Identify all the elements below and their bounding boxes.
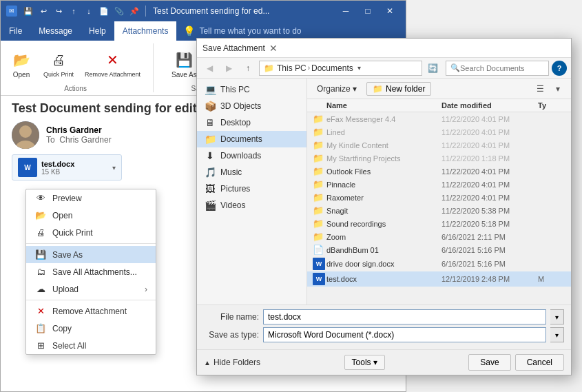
ctx-quick-print[interactable]: 🖨 Quick Print	[26, 224, 156, 241]
save-as-ctx-icon: 💾	[34, 249, 47, 260]
nav-up-button[interactable]: ↑	[240, 60, 256, 76]
view-controls: ☰ ▾	[532, 81, 565, 96]
remove-icon: ✕	[102, 49, 124, 71]
file-date: 6/16/2021 5:16 PM	[441, 246, 538, 254]
remove-attachment-button[interactable]: ✕ Remove Attachment	[81, 46, 145, 81]
file-date: 11/22/2020 4:01 PM	[441, 167, 538, 176]
nav-item-label: Pictures	[220, 184, 250, 194]
ctx-select-all[interactable]: ⊞ Select All	[26, 337, 156, 354]
file-row[interactable]: 📁 Outlook Files 11/22/2020 4:01 PM	[307, 165, 571, 178]
addr-this-pc[interactable]: This PC	[277, 63, 306, 73]
new-folder-label: New folder	[386, 84, 425, 94]
lightbulb-icon: 💡	[183, 25, 195, 37]
close-button[interactable]: ✕	[380, 1, 400, 21]
file-row[interactable]: 📁 My Startfiring Projects 11/22/2020 1:1…	[307, 152, 571, 165]
help-button[interactable]: ?	[552, 61, 567, 76]
ctx-remove[interactable]: ✕ Remove Attachment	[26, 302, 156, 320]
savetype-chevron-icon[interactable]: ▾	[550, 327, 564, 342]
nav-item-videos[interactable]: 🎬Videos	[197, 197, 306, 214]
file-list: 📁 eFax Messenger 4.4 11/22/2020 4:01 PM …	[307, 112, 571, 305]
hide-folders-button[interactable]: ▲ Hide Folders	[204, 358, 260, 367]
open-button[interactable]: 📂 Open	[6, 46, 37, 81]
nav-item-pictures[interactable]: 🖼Pictures	[197, 180, 306, 197]
menu-message[interactable]: Message	[30, 21, 81, 41]
format-icon[interactable]: 📄	[97, 4, 111, 18]
filename-input[interactable]	[263, 309, 546, 324]
menu-attachments[interactable]: Attachments	[114, 21, 177, 41]
redo-icon[interactable]: ↪	[52, 4, 65, 18]
file-row[interactable]: 📁 eFax Messenger 4.4 11/22/2020 4:01 PM	[307, 112, 571, 125]
file-row[interactable]: W test.docx 12/12/2019 2:48 PM M	[307, 271, 571, 287]
file-row[interactable]: 📁 Zoom 6/16/2021 2:11 PM	[307, 230, 571, 243]
nav-item-documents[interactable]: 📁Documents	[197, 131, 306, 147]
attachment-chevron-icon[interactable]: ▾	[112, 164, 116, 172]
file-row[interactable]: 📁 My Kindle Content 11/22/2020 4:01 PM	[307, 138, 571, 152]
nav-back-button[interactable]: ◀	[201, 60, 218, 76]
organize-button[interactable]: Organize ▾	[313, 83, 361, 95]
cancel-button[interactable]: Cancel	[515, 354, 564, 371]
menu-file[interactable]: File	[1, 21, 30, 41]
col-header-type[interactable]: Ty	[538, 101, 565, 110]
filename-label: File name:	[204, 312, 259, 322]
view-list-button[interactable]: ☰	[532, 81, 548, 96]
view-dropdown-button[interactable]: ▾	[550, 81, 565, 96]
file-rows-container: 📁 eFax Messenger 4.4 11/22/2020 4:01 PM …	[307, 112, 571, 287]
savetype-label: Save as type:	[204, 330, 259, 340]
file-row[interactable]: W drive door sign.docx 6/16/2021 5:16 PM	[307, 256, 571, 271]
save-button[interactable]: Save	[468, 354, 510, 371]
attachment-chip[interactable]: W test.docx 15 KB ▾	[12, 154, 122, 180]
nav-item-music[interactable]: 🎵Music	[197, 164, 306, 180]
ctx-upload-label: Upload	[52, 285, 79, 294]
col-header-date[interactable]: Date modified	[441, 101, 538, 110]
file-name: eFax Messenger 4.4	[326, 115, 441, 123]
addr-chevron-icon[interactable]: ▾	[357, 64, 361, 72]
ctx-save-as[interactable]: 💾 Save As	[26, 246, 156, 263]
savetype-input[interactable]	[263, 327, 546, 342]
attach-icon[interactable]: 📎	[112, 4, 126, 18]
save-dialog: Save Attachment ✕ ◀ ▶ ↑ 📁 This PC › Docu…	[196, 38, 572, 375]
new-folder-button[interactable]: 📁 New folder	[366, 82, 431, 96]
copy-icon: 📋	[34, 323, 47, 333]
nav-item-this-pc[interactable]: 💻This PC	[197, 81, 306, 98]
context-menu: 👁 Preview 📂 Open 🖨 Quick Print 💾 Save As	[25, 189, 156, 355]
menu-help[interactable]: Help	[81, 21, 114, 41]
maximize-button[interactable]: □	[357, 1, 378, 21]
file-row[interactable]: 📁 Raxometer 11/22/2020 4:01 PM	[307, 191, 571, 204]
nav-item-desktop[interactable]: 🖥Desktop	[197, 114, 306, 131]
nav-item-label: 3D Objects	[220, 101, 261, 111]
down-arrow-icon[interactable]: ↓	[82, 4, 96, 18]
dialog-title: Save Attachment	[202, 43, 265, 53]
file-row[interactable]: 📁 Pinnacle 11/22/2020 4:01 PM	[307, 178, 571, 191]
search-input[interactable]	[460, 64, 555, 72]
ctx-preview[interactable]: 👁 Preview	[26, 189, 156, 207]
dialog-close-button[interactable]: ✕	[265, 40, 282, 56]
addr-documents[interactable]: Documents	[311, 63, 353, 73]
tell-me-text[interactable]: Tell me what you want to do	[199, 26, 301, 36]
file-row[interactable]: 📁 Snagit 11/22/2020 5:38 PM	[307, 204, 571, 217]
ctx-separator-1	[26, 243, 156, 244]
nav-item-3d-objects[interactable]: 📦3D Objects	[197, 98, 306, 114]
from-to: To Chris Gardner	[46, 135, 112, 145]
col-header-name[interactable]: Name	[326, 101, 441, 110]
nav-item-downloads[interactable]: ⬇Downloads	[197, 147, 306, 164]
tools-button[interactable]: Tools ▾	[344, 355, 385, 370]
nav-forward-button[interactable]: ▶	[220, 60, 237, 76]
file-row[interactable]: 📄 dBandhBum 01 6/16/2021 5:16 PM	[307, 243, 571, 256]
refresh-button[interactable]: 🔄	[425, 61, 440, 76]
file-row[interactable]: 📁 Sound recordings 11/22/2020 5:18 PM	[307, 217, 571, 230]
ctx-open[interactable]: 📂 Open	[26, 207, 156, 224]
ctx-upload[interactable]: ☁ Upload ›	[26, 280, 156, 298]
minimize-button[interactable]: ─	[335, 1, 356, 21]
pin-icon[interactable]: 📌	[127, 4, 141, 18]
file-row[interactable]: 📁 Lined 11/22/2020 4:01 PM	[307, 125, 571, 138]
save-qa-icon[interactable]: 💾	[21, 4, 35, 18]
filename-chevron-icon[interactable]: ▾	[550, 309, 564, 324]
ctx-copy[interactable]: 📋 Copy	[26, 320, 156, 337]
undo-icon[interactable]: ↩	[37, 4, 50, 18]
quick-print-button[interactable]: 🖨 Quick Print	[39, 46, 78, 81]
nav-sidebar: 💻This PC📦3D Objects🖥Desktop📁Documents⬇Do…	[197, 79, 307, 305]
ctx-save-all-label: Save All Attachments...	[52, 267, 137, 277]
nav-item-icon: ⬇	[204, 150, 216, 161]
ctx-save-all[interactable]: 🗂 Save All Attachments...	[26, 263, 156, 280]
up-arrow-icon[interactable]: ↑	[67, 4, 81, 18]
